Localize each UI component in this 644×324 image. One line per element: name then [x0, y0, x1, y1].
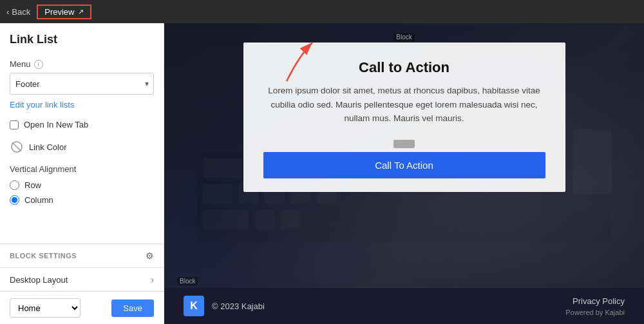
sidebar-title: Link List: [10, 33, 154, 46]
column-radio[interactable]: [10, 195, 19, 205]
cta-text: Lorem ipsum dolor sit amet, metus at rho…: [263, 84, 545, 126]
row-label: Row: [24, 180, 41, 190]
save-button[interactable]: Save: [111, 300, 154, 317]
cta-block: Call to Action Lorem ipsum dolor sit ame…: [243, 43, 565, 192]
cta-button[interactable]: Call To Action: [263, 152, 545, 178]
back-label: Back: [12, 7, 30, 17]
footer-copyright: © 2023 Kajabi: [212, 301, 265, 311]
sidebar-bottom: Home About Save: [0, 291, 164, 324]
block-label-2: Block: [393, 140, 414, 148]
column-option-row: Column: [10, 195, 154, 205]
desktop-layout-label: Desktop Layout: [10, 275, 68, 285]
powered-by: Powered by Kajabi: [565, 309, 625, 316]
block-label-1: Block: [393, 33, 414, 41]
sidebar-content: Link List Menu i Footer Header ▾ Edit yo…: [0, 23, 164, 243]
block-settings-row: BLOCK SETTINGS ⚙: [0, 243, 164, 267]
open-new-tab-row: Open In New Tab: [10, 120, 154, 129]
chevron-right-icon: ›: [151, 274, 154, 285]
footer-right: Privacy Policy Powered by Kajabi: [565, 296, 625, 316]
sidebar: Link List Menu i Footer Header ▾ Edit yo…: [0, 23, 164, 324]
cta-section: Block Call to Action Lorem ipsum dolor s…: [177, 33, 631, 192]
preview-content: Block Call to Action Lorem ipsum dolor s…: [164, 23, 644, 285]
back-button[interactable]: ‹ Back: [6, 7, 30, 17]
row-radio[interactable]: [10, 180, 19, 190]
link-color-row: Link Color: [10, 140, 154, 154]
row-option-row: Row: [10, 180, 154, 190]
kajabi-logo-icon: K: [190, 300, 198, 312]
open-new-tab-label: Open In New Tab: [24, 120, 88, 129]
menu-select-wrapper: Footer Header ▾: [10, 73, 154, 95]
preview-label: Preview: [44, 7, 74, 17]
radio-group: Row Column: [10, 180, 154, 205]
link-color-label: Link Color: [29, 142, 67, 152]
open-new-tab-checkbox[interactable]: [10, 120, 19, 129]
back-arrow-icon: ‹: [6, 7, 9, 17]
column-label: Column: [24, 195, 53, 205]
footer-block: K © 2023 Kajabi Privacy Policy Powered b…: [164, 288, 644, 324]
svg-line-1: [12, 142, 21, 151]
preview-area: Block Call to Action Lorem ipsum dolor s…: [164, 23, 644, 324]
privacy-policy-link[interactable]: Privacy Policy: [573, 296, 625, 306]
page-select[interactable]: Home About: [10, 298, 80, 318]
edit-link-lists[interactable]: Edit your link lists: [10, 100, 154, 110]
main-layout: Link List Menu i Footer Header ▾ Edit yo…: [0, 23, 644, 324]
footer-left: K © 2023 Kajabi: [184, 296, 265, 316]
kajabi-logo: K: [184, 296, 204, 316]
info-icon[interactable]: i: [34, 60, 43, 69]
menu-label: Menu i: [10, 59, 154, 69]
no-color-icon: [10, 140, 24, 154]
cta-title: Call to Action: [263, 59, 545, 76]
vertical-alignment-label: Vertical Alignment: [10, 164, 154, 174]
preview-button[interactable]: Preview ↗: [37, 5, 91, 19]
menu-select[interactable]: Footer Header: [10, 73, 154, 95]
gear-icon[interactable]: ⚙: [146, 251, 154, 261]
block-settings-label: BLOCK SETTINGS: [10, 252, 77, 260]
external-link-icon: ↗: [78, 8, 84, 16]
desktop-layout-row[interactable]: Desktop Layout ›: [0, 267, 164, 291]
top-bar: ‹ Back Preview ↗: [0, 0, 644, 23]
